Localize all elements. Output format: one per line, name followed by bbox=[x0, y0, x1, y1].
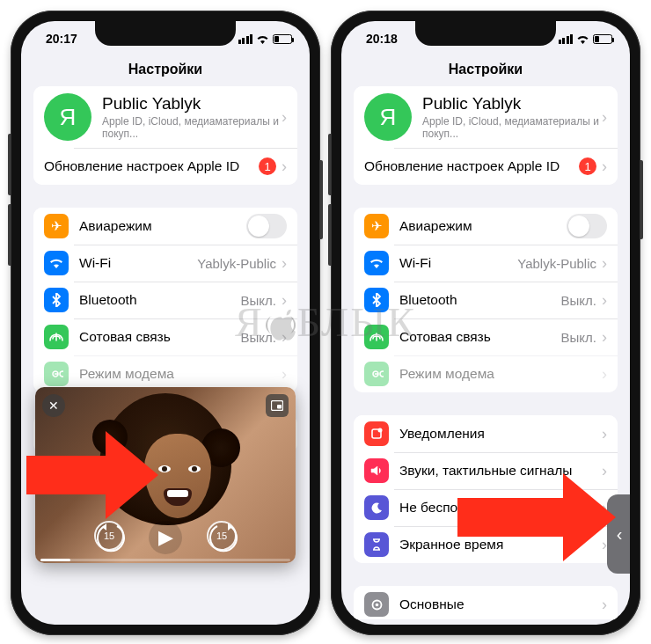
profile-sub: Apple ID, iCloud, медиаматериалы и покуп… bbox=[102, 115, 282, 140]
chevron-right-icon: › bbox=[602, 328, 607, 347]
general-row[interactable]: Основные › bbox=[354, 586, 618, 619]
nav-title: Настройки bbox=[21, 56, 310, 86]
chevron-right-icon: › bbox=[282, 157, 287, 176]
row-label: Уведомления bbox=[399, 426, 602, 442]
chevron-right-icon: › bbox=[602, 254, 607, 273]
notifications-row[interactable]: Уведомления › bbox=[354, 415, 618, 452]
hotspot-row[interactable]: Режим модема › bbox=[354, 355, 618, 392]
chevron-right-icon: › bbox=[282, 365, 287, 384]
chevron-right-icon: › bbox=[602, 291, 607, 310]
notch bbox=[415, 21, 556, 46]
status-time: 20:18 bbox=[366, 32, 398, 46]
cellular-icon bbox=[44, 325, 69, 349]
pip-expand-button[interactable] bbox=[266, 394, 289, 417]
airplane-icon: ✈ bbox=[44, 214, 69, 238]
row-label: Авиарежим bbox=[399, 218, 567, 234]
pip-controls: 15 ▶ 15 bbox=[35, 521, 296, 554]
apple-id-update-row[interactable]: Обновление настроек Apple ID 1 › bbox=[354, 148, 618, 185]
row-label: Основные bbox=[399, 596, 602, 612]
skip-back-button[interactable]: 15 bbox=[94, 521, 124, 551]
row-label: Bluetooth bbox=[79, 292, 241, 308]
chevron-right-icon: › bbox=[602, 108, 607, 127]
gear-icon bbox=[364, 592, 389, 617]
apple-id-row[interactable]: Я Public Yablyk Apple ID, iCloud, медиам… bbox=[33, 86, 297, 148]
wifi-icon bbox=[576, 34, 589, 44]
row-label: Обновление настроек Apple ID bbox=[44, 158, 259, 174]
cellular-signal-icon bbox=[559, 34, 574, 44]
play-button[interactable]: ▶ bbox=[149, 521, 182, 554]
row-label: Режим модема bbox=[79, 366, 282, 382]
pip-close-button[interactable]: ✕ bbox=[42, 394, 65, 417]
row-label: Авиарежим bbox=[79, 218, 246, 234]
sounds-icon bbox=[364, 458, 389, 483]
chevron-right-icon: › bbox=[282, 291, 287, 310]
pip-progress-bar[interactable] bbox=[40, 559, 290, 561]
chevron-right-icon: › bbox=[282, 328, 287, 347]
row-value: Yablyk-Public bbox=[197, 256, 276, 271]
cellular-icon bbox=[364, 325, 389, 349]
cellular-row[interactable]: Сотовая связь Выкл. › bbox=[33, 318, 297, 355]
chevron-right-icon: › bbox=[602, 425, 607, 443]
apple-id-row[interactable]: Я Public Yablyk Apple ID, iCloud, медиам… bbox=[354, 86, 618, 148]
bluetooth-icon bbox=[44, 288, 69, 312]
badge: 1 bbox=[259, 157, 276, 175]
row-label: Wi-Fi bbox=[79, 255, 197, 271]
iphone-left: 20:17 Настройки Я Public Yablyk Apple ID… bbox=[11, 11, 320, 635]
row-value: Выкл. bbox=[561, 330, 596, 345]
wifi-row[interactable]: Wi-Fi Yablyk-Public › bbox=[354, 245, 618, 282]
chevron-right-icon: › bbox=[282, 254, 287, 273]
chevron-right-icon: › bbox=[602, 596, 607, 614]
row-value: Выкл. bbox=[561, 293, 596, 308]
row-value: Yablyk-Public bbox=[517, 256, 596, 271]
airplane-mode-row[interactable]: ✈ Авиарежим bbox=[33, 208, 297, 245]
battery-icon bbox=[593, 34, 612, 44]
battery-icon bbox=[273, 34, 292, 44]
screen-left: 20:17 Настройки Я Public Yablyk Apple ID… bbox=[21, 21, 310, 625]
avatar: Я bbox=[44, 93, 91, 141]
airplane-toggle[interactable] bbox=[567, 214, 607, 238]
wifi-icon bbox=[44, 251, 69, 275]
row-value: Выкл. bbox=[241, 293, 276, 308]
cellular-signal-icon bbox=[238, 34, 253, 44]
airplane-toggle[interactable] bbox=[246, 214, 287, 238]
airplane-icon: ✈ bbox=[364, 214, 389, 238]
row-value: Выкл. bbox=[241, 330, 276, 345]
svg-rect-12 bbox=[277, 405, 282, 409]
svg-point-14 bbox=[378, 428, 383, 433]
avatar: Я bbox=[364, 93, 412, 141]
profile-name: Public Yablyk bbox=[422, 94, 602, 113]
profile-name: Public Yablyk bbox=[102, 94, 282, 113]
airplane-mode-row[interactable]: ✈ Авиарежим bbox=[354, 208, 618, 245]
annotation-arrow-left bbox=[26, 431, 158, 519]
hourglass-icon bbox=[364, 532, 389, 557]
profile-sub: Apple ID, iCloud, медиаматериалы и покуп… bbox=[422, 115, 602, 140]
row-label: Bluetooth bbox=[399, 292, 561, 308]
svg-point-16 bbox=[375, 603, 378, 606]
bluetooth-icon bbox=[364, 288, 389, 312]
wifi-icon bbox=[256, 34, 269, 44]
hotspot-icon bbox=[364, 362, 389, 386]
bluetooth-row[interactable]: Bluetooth Выкл. › bbox=[354, 282, 618, 318]
row-label: Режим модема bbox=[399, 366, 602, 382]
hotspot-icon bbox=[44, 362, 69, 386]
row-label: Wi-Fi bbox=[399, 255, 517, 271]
notifications-icon bbox=[364, 421, 389, 446]
status-time: 20:17 bbox=[46, 32, 77, 46]
wifi-icon bbox=[364, 251, 389, 275]
row-label: Сотовая связь bbox=[79, 329, 241, 345]
chevron-right-icon: › bbox=[602, 365, 607, 384]
chevron-right-icon: › bbox=[282, 108, 287, 127]
apple-id-update-row[interactable]: Обновление настроек Apple ID 1 › bbox=[33, 148, 297, 185]
row-label: Обновление настроек Apple ID bbox=[364, 158, 579, 174]
wifi-row[interactable]: Wi-Fi Yablyk-Public › bbox=[33, 245, 297, 282]
row-label: Сотовая связь bbox=[399, 329, 561, 345]
moon-icon bbox=[364, 495, 389, 520]
nav-title: Настройки bbox=[341, 56, 630, 86]
badge: 1 bbox=[579, 157, 596, 175]
skip-forward-button[interactable]: 15 bbox=[207, 521, 237, 551]
bluetooth-row[interactable]: Bluetooth Выкл. › bbox=[33, 282, 297, 318]
notch bbox=[95, 21, 236, 46]
chevron-right-icon: › bbox=[602, 157, 607, 176]
cellular-row[interactable]: Сотовая связь Выкл. › bbox=[354, 318, 618, 355]
annotation-arrow-right bbox=[457, 473, 616, 561]
